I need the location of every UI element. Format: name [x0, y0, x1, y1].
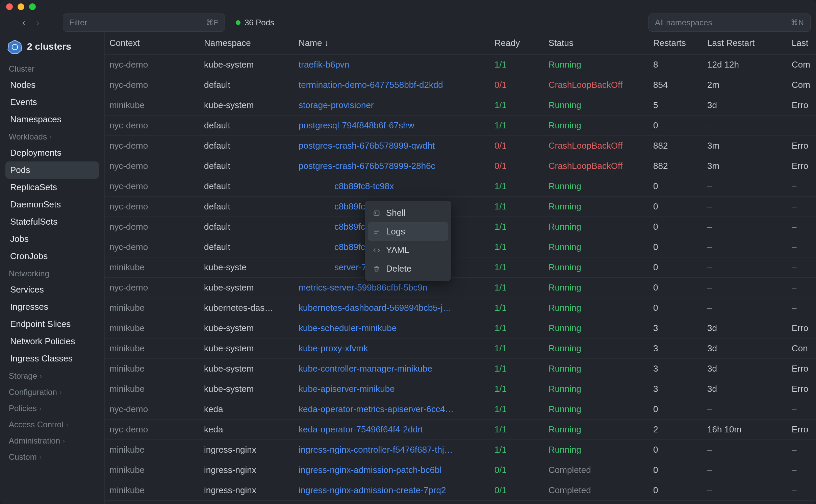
cell-namespace: kube-system — [199, 55, 294, 75]
namespace-select[interactable]: All namespaces ⌘N — [648, 14, 811, 32]
table-row[interactable]: nyc-demodefaultc8b89fc8-gtv8j1/1Running0… — [105, 217, 816, 237]
table-row[interactable]: nyc-demokedakeda-operator-75496f64f4-2dd… — [105, 420, 816, 440]
menu-item-shell[interactable]: Shell — [368, 204, 448, 222]
cell-name[interactable]: postgres-crash-676b578999-qwdht — [294, 136, 490, 156]
cell-restarts: 0 — [648, 197, 703, 217]
zoom-icon[interactable] — [29, 3, 36, 10]
sidebar-item-cronjobs[interactable]: CronJobs — [5, 248, 99, 265]
menu-item-delete[interactable]: Delete — [368, 259, 448, 278]
cell-name[interactable]: termination-demo-6477558bbf-d2kdd — [294, 75, 490, 95]
sidebar-item-daemonsets[interactable]: DaemonSets — [5, 196, 99, 213]
table-row[interactable]: nyc-demokube-systemtraefik-b6pvn1/1Runni… — [105, 55, 816, 75]
col-status[interactable]: Status — [544, 32, 648, 55]
table-row[interactable]: minikubeingress-nginxingress-nginx-admis… — [105, 480, 816, 501]
trash-icon — [373, 266, 381, 272]
table-row[interactable]: nyc-demodefaultpostgresql-794f848b6f-67s… — [105, 116, 816, 136]
sidebar-item-ingresses[interactable]: Ingresses — [5, 298, 99, 316]
sidebar-item-nodes[interactable]: Nodes — [5, 76, 99, 94]
sidebar-item-services[interactable]: Services — [5, 281, 99, 298]
col-ready[interactable]: Ready — [490, 32, 544, 55]
table-row[interactable]: minikubekubernetes-das…kubernetes-dashbo… — [105, 298, 816, 318]
table-row[interactable]: nyc-demokube-systemmetrics-server-599b86… — [105, 278, 816, 298]
cell-namespace: kube-system — [199, 318, 294, 338]
table-row[interactable]: minikubeingress-nginxingress-nginx-admis… — [105, 460, 816, 480]
table-row[interactable]: minikubekube-systeserver-786f5fb55f-twnt… — [105, 257, 816, 278]
table-row[interactable]: nyc-demodefaulttermination-demo-6477558b… — [105, 75, 816, 95]
cell-last-restart: 3m — [703, 136, 787, 156]
sidebar-item-pods[interactable]: Pods — [5, 161, 99, 179]
filter-kbd-hint: ⌘F — [206, 18, 219, 27]
table-row[interactable]: nyc-demodefaultc8b89fc8-t8s8c1/1Running0… — [105, 197, 816, 217]
table-row[interactable]: minikubekube-systemkube-controller-manag… — [105, 359, 816, 379]
cell-name[interactable]: storage-provisioner — [294, 95, 490, 116]
table-row[interactable]: nyc-demodefaultc8b89fc8-2h8hn1/1Running0… — [105, 237, 816, 257]
cell-namespace: ingress-nginx — [199, 460, 294, 480]
cell-name[interactable]: kube-controller-manager-minikube — [294, 359, 490, 379]
sidebar-item-network-policies[interactable]: Network Policies — [5, 333, 99, 350]
cell-name[interactable]: postgresql-794f848b6f-67shw — [294, 116, 490, 136]
col-restarts[interactable]: Restarts — [648, 32, 703, 55]
cell-ready: 1/1 — [490, 318, 544, 338]
table-row[interactable]: minikubekube-systemkube-apiserver-miniku… — [105, 379, 816, 399]
sidebar-item-deployments[interactable]: Deployments — [5, 144, 99, 161]
cluster-header[interactable]: 2 clusters — [5, 36, 99, 60]
sidebar-section-workloads[interactable]: Workloads› — [5, 128, 99, 144]
sidebar-section-storage[interactable]: Storage› — [5, 367, 99, 383]
sidebar-item-ingress-classes[interactable]: Ingress Classes — [5, 350, 99, 367]
cell-ready: 0/1 — [490, 480, 544, 501]
cell-name[interactable]: ingress-nginx-controller-f5476f687-thj… — [294, 440, 490, 460]
col-namespace[interactable]: Namespace — [199, 32, 294, 55]
sidebar-section-administration[interactable]: Administration› — [5, 432, 99, 448]
cell-name[interactable]: postgres-crash-676b578999-28h6c — [294, 156, 490, 176]
minimize-icon[interactable] — [18, 3, 24, 10]
cell-context: nyc-demo — [105, 237, 199, 257]
sidebar-item-namespaces[interactable]: Namespaces — [5, 111, 99, 128]
sidebar-section-custom[interactable]: Custom› — [5, 448, 99, 464]
menu-item-yaml[interactable]: YAML — [368, 241, 448, 259]
sidebar-section-policies[interactable]: Policies› — [5, 400, 99, 416]
sidebar-item-statefulsets[interactable]: StatefulSets — [5, 213, 99, 230]
cell-name[interactable]: kube-scheduler-minikube — [294, 318, 490, 338]
cell-name[interactable]: ingress-nginx-admission-create-7prq2 — [294, 480, 490, 501]
cell-name[interactable]: keda-operator-75496f64f4-2ddrt — [294, 420, 490, 440]
table-row[interactable]: nyc-demokedakeda-operator-metrics-apiser… — [105, 399, 816, 420]
cell-name[interactable]: keda-operator-metrics-apiserver-6cc4… — [294, 399, 490, 420]
sidebar-item-events[interactable]: Events — [5, 94, 99, 111]
cell-name[interactable]: hello-27916618-mfhhk — [294, 501, 490, 504]
col-context[interactable]: Context — [105, 32, 199, 55]
col-last[interactable]: Last — [787, 32, 816, 55]
table-row[interactable]: minikubekube-systemstorage-provisioner1/… — [105, 95, 816, 116]
sidebar-section-access-control[interactable]: Access Control› — [5, 416, 99, 432]
cell-name[interactable]: kube-proxy-xfvmk — [294, 338, 490, 359]
sidebar-item-endpoint-slices[interactable]: Endpoint Slices — [5, 316, 99, 333]
close-icon[interactable] — [6, 3, 13, 10]
cell-name[interactable]: kubernetes-dashboard-569894bcb5-j… — [294, 298, 490, 318]
cell-name[interactable]: c8b89fc8-tc98x — [294, 176, 490, 197]
table-row[interactable]: nyc-demodefaultc8b89fc8-tc98x1/1Running0… — [105, 176, 816, 197]
table-row[interactable]: nyc-demodefaultpostgres-crash-676b578999… — [105, 136, 816, 156]
cell-status: Running — [544, 55, 648, 75]
cell-name[interactable]: traefik-b6pvn — [294, 55, 490, 75]
menu-item-logs[interactable]: Logs — [368, 222, 448, 241]
cell-name[interactable]: kube-apiserver-minikube — [294, 379, 490, 399]
cell-status: Running — [544, 257, 648, 278]
cell-status: Running — [544, 399, 648, 420]
chevron-right-icon: › — [40, 373, 42, 380]
nav-back-button[interactable]: ‹ — [22, 17, 25, 28]
sidebar-item-jobs[interactable]: Jobs — [5, 230, 99, 248]
table-row[interactable]: nyc-demodefaultpostgres-crash-676b578999… — [105, 156, 816, 176]
table-row[interactable]: minikubekube-systemkube-scheduler-miniku… — [105, 318, 816, 338]
cell-name[interactable]: ingress-nginx-admission-patch-bc6bl — [294, 460, 490, 480]
col-name[interactable]: Name ↓ — [294, 32, 490, 55]
filter-input[interactable]: Filter ⌘F — [63, 14, 225, 32]
table-row[interactable]: minikubekube-systemkube-proxy-xfvmk1/1Ru… — [105, 338, 816, 359]
sidebar-section-networking: Networking — [5, 265, 99, 281]
cell-status: Running — [544, 176, 648, 197]
table-row[interactable]: nyc-demodefaulthello-27916618-mfhhk1/1Ru… — [105, 501, 816, 504]
cell-restarts: 8 — [648, 55, 703, 75]
sidebar-item-replicasets[interactable]: ReplicaSets — [5, 179, 99, 196]
sidebar-section-configuration[interactable]: Configuration› — [5, 383, 99, 400]
nav-forward-button[interactable]: › — [36, 17, 39, 28]
table-row[interactable]: minikubeingress-nginxingress-nginx-contr… — [105, 440, 816, 460]
col-last[interactable]: Last Restart — [703, 32, 787, 55]
